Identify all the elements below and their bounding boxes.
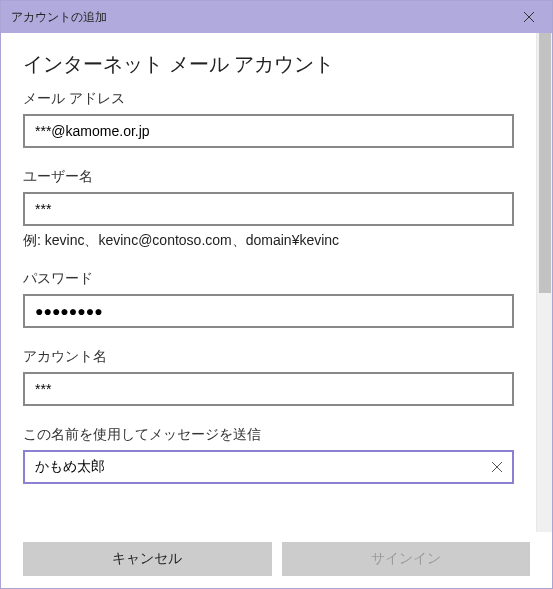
scrollbar[interactable] [536,33,552,532]
account-name-label: アカウント名 [23,348,514,366]
close-button[interactable] [506,1,552,33]
dialog-footer: キャンセル サインイン [1,532,552,588]
clear-button[interactable] [488,458,506,476]
username-hint: 例: kevinc、kevinc@contoso.com、domain¥kevi… [23,232,514,250]
username-label: ユーザー名 [23,168,514,186]
account-name-field-group: アカウント名 [23,348,514,406]
scrollbar-thumb[interactable] [539,33,551,293]
email-input[interactable] [23,114,514,148]
dialog-content: インターネット メール アカウント メール アドレス ユーザー名 例: kevi… [1,33,536,532]
password-field-group: パスワード [23,270,514,328]
titlebar: アカウントの追加 [1,1,552,33]
display-name-field-group: この名前を使用してメッセージを送信 [23,426,514,484]
email-field-group: メール アドレス [23,90,514,148]
password-input[interactable] [23,294,514,328]
password-label: パスワード [23,270,514,288]
page-title: インターネット メール アカウント [23,51,514,78]
window-title: アカウントの追加 [11,9,107,26]
email-label: メール アドレス [23,90,514,108]
username-field-group: ユーザー名 例: kevinc、kevinc@contoso.com、domai… [23,168,514,250]
clear-icon [492,462,502,472]
account-name-input[interactable] [23,372,514,406]
display-name-input[interactable] [23,450,514,484]
display-name-label: この名前を使用してメッセージを送信 [23,426,514,444]
username-input[interactable] [23,192,514,226]
signin-button[interactable]: サインイン [282,542,531,576]
close-icon [524,12,534,22]
cancel-button[interactable]: キャンセル [23,542,272,576]
